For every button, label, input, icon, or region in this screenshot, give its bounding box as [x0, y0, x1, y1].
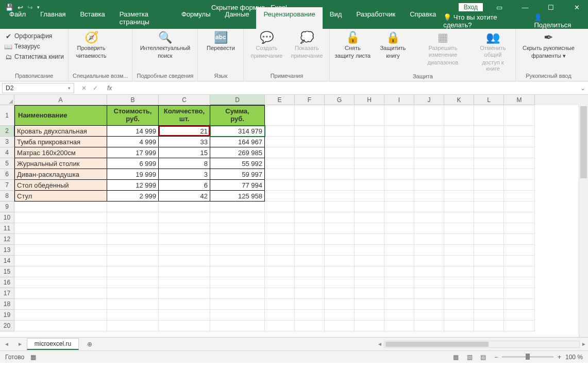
unprotect-sheet-button[interactable]: 🔓Снятьзащиту листа: [334, 31, 371, 59]
cell[interactable]: [504, 277, 535, 288]
cell[interactable]: [414, 158, 444, 169]
column-header[interactable]: E: [265, 95, 295, 105]
cell[interactable]: [414, 191, 444, 202]
cell[interactable]: [14, 245, 107, 256]
cell[interactable]: [107, 299, 159, 310]
cell[interactable]: [265, 105, 295, 126]
cell[interactable]: [325, 191, 355, 202]
tab-вид[interactable]: Вид: [323, 7, 349, 29]
cell[interactable]: [210, 299, 265, 310]
cell[interactable]: [325, 202, 355, 212]
cell[interactable]: [504, 321, 535, 331]
cell[interactable]: [444, 310, 474, 321]
fx-label[interactable]: fx: [103, 85, 116, 92]
cell[interactable]: [210, 202, 265, 212]
cell[interactable]: 3: [159, 169, 210, 180]
cell[interactable]: [265, 180, 295, 191]
cell[interactable]: [14, 202, 107, 212]
cell[interactable]: [384, 180, 414, 191]
cell[interactable]: [210, 277, 265, 288]
cell[interactable]: [325, 169, 355, 180]
row-header[interactable]: 12: [0, 234, 14, 245]
cell[interactable]: [295, 310, 325, 321]
cell[interactable]: [325, 266, 355, 277]
cell[interactable]: [504, 126, 535, 137]
cell[interactable]: [210, 234, 265, 245]
cell[interactable]: [159, 212, 210, 223]
cell[interactable]: [265, 158, 295, 169]
cell[interactable]: [325, 158, 355, 169]
cell[interactable]: [474, 245, 504, 256]
cancel-formula-icon[interactable]: ✕: [81, 85, 87, 92]
cell[interactable]: [504, 266, 535, 277]
cell[interactable]: [414, 256, 444, 266]
cell[interactable]: [444, 256, 474, 266]
cell[interactable]: [14, 234, 107, 245]
cell[interactable]: [295, 234, 325, 245]
cell[interactable]: [384, 288, 414, 299]
cell[interactable]: [355, 299, 384, 310]
cell[interactable]: [355, 245, 384, 256]
row-header[interactable]: 10: [0, 212, 14, 223]
cell[interactable]: 19 999: [107, 169, 159, 180]
cell[interactable]: 59 997: [210, 169, 265, 180]
undo-icon[interactable]: ↩: [18, 4, 23, 11]
cell[interactable]: 125 958: [210, 191, 265, 202]
hide-ink-button[interactable]: ✒Скрыть рукописныефрагменты ▾: [520, 31, 577, 59]
row-header[interactable]: 20: [0, 321, 14, 331]
cell[interactable]: [265, 266, 295, 277]
cell[interactable]: [325, 321, 355, 331]
cell[interactable]: [265, 191, 295, 202]
cell[interactable]: [14, 288, 107, 299]
cell[interactable]: [210, 245, 265, 256]
sheet-tab[interactable]: microexcel.ru: [27, 338, 79, 350]
login-button[interactable]: Вход: [459, 3, 483, 11]
zoom-in-button[interactable]: +: [558, 354, 561, 361]
column-header[interactable]: G: [325, 95, 355, 105]
column-header[interactable]: M: [504, 95, 535, 105]
cell[interactable]: [504, 137, 535, 147]
cell[interactable]: [474, 158, 504, 169]
cell[interactable]: [384, 321, 414, 331]
cell[interactable]: [414, 245, 444, 256]
cell[interactable]: [325, 212, 355, 223]
minimize-button[interactable]: —: [516, 4, 534, 11]
cell[interactable]: 8: [159, 158, 210, 169]
cell[interactable]: [295, 180, 325, 191]
column-header[interactable]: C: [159, 95, 210, 105]
cell[interactable]: [474, 299, 504, 310]
cell[interactable]: [384, 191, 414, 202]
save-icon[interactable]: 💾: [5, 4, 13, 11]
cell[interactable]: [159, 321, 210, 331]
ribbon-options-icon[interactable]: ▭: [490, 4, 509, 11]
cell[interactable]: [355, 126, 384, 137]
row-header[interactable]: 18: [0, 299, 14, 310]
cell[interactable]: [14, 212, 107, 223]
cell[interactable]: [474, 223, 504, 234]
add-sheet-button[interactable]: ⊕: [84, 339, 95, 350]
cell[interactable]: [107, 310, 159, 321]
cell[interactable]: [107, 202, 159, 212]
protect-workbook-button[interactable]: 🔒Защититькнигу: [374, 31, 411, 59]
column-header[interactable]: D: [210, 95, 265, 105]
cell[interactable]: [504, 202, 535, 212]
page-break-view-icon[interactable]: ▤: [477, 354, 489, 361]
cell[interactable]: [325, 299, 355, 310]
horizontal-scrollbar[interactable]: [384, 341, 580, 348]
cell[interactable]: [504, 288, 535, 299]
formula-input[interactable]: [116, 83, 578, 93]
row-header[interactable]: 13: [0, 245, 14, 256]
cell[interactable]: [265, 245, 295, 256]
cell[interactable]: [384, 299, 414, 310]
cell[interactable]: [325, 223, 355, 234]
cell[interactable]: Кровать двухспальная: [14, 126, 107, 137]
cell[interactable]: [265, 256, 295, 266]
cell[interactable]: [295, 147, 325, 158]
cell[interactable]: Стол обеденный: [14, 180, 107, 191]
cell[interactable]: [325, 105, 355, 126]
row-header[interactable]: 3: [0, 137, 14, 147]
cell[interactable]: [325, 288, 355, 299]
row-header[interactable]: 1: [0, 105, 14, 126]
cell[interactable]: [444, 288, 474, 299]
cell[interactable]: [355, 180, 384, 191]
